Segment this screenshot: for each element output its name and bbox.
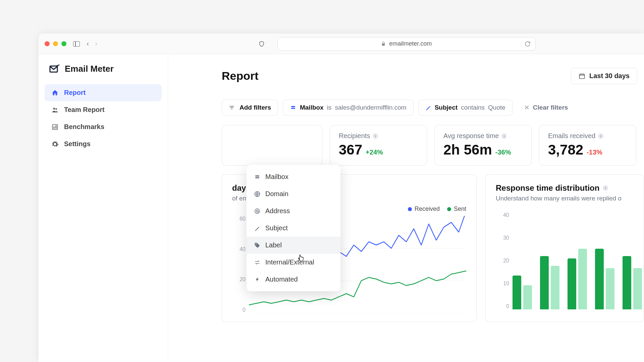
stat-delta: +24% <box>366 148 383 156</box>
at-icon <box>254 208 261 215</box>
reload-icon[interactable] <box>525 41 531 47</box>
info-icon[interactable]: i <box>501 133 507 139</box>
dropdown-item-mailbox[interactable]: Mailbox <box>247 168 340 185</box>
url-bar[interactable]: emailmeter.com <box>277 37 536 51</box>
info-icon[interactable]: i <box>373 133 378 139</box>
clear-filters-label: Clear filters <box>533 104 568 111</box>
filter-icon <box>229 105 235 110</box>
sidebar-item-report[interactable]: Report <box>45 84 162 101</box>
dropdown-item-label: Address <box>265 207 290 215</box>
stat-label: Avg response time <box>443 132 499 140</box>
stat-value: 2h 56m <box>443 142 492 158</box>
svg-rect-4 <box>54 126 55 129</box>
dropdown-item-address[interactable]: Address <box>247 202 340 220</box>
add-filters-button[interactable]: Add filters <box>222 100 278 116</box>
forward-button[interactable]: › <box>95 40 97 48</box>
dropdown-item-label: Domain <box>265 190 288 198</box>
chart-title-text: Response time distribution <box>496 183 599 193</box>
filter-chip-subject[interactable]: Subject contains Quote <box>418 100 513 116</box>
lock-icon <box>381 41 386 47</box>
sidebar: Email Meter Report Team Report Benchmark… <box>39 54 168 362</box>
filter-dropdown: Mailbox Domain Address Subject Label Int… <box>247 165 340 291</box>
svg-rect-5 <box>56 125 57 129</box>
filter-value: Quote <box>488 104 505 111</box>
svg-rect-13 <box>255 175 259 176</box>
stat-value: 367 <box>339 142 362 158</box>
calendar-icon <box>579 73 585 79</box>
stat-card-emails-received: Emails received i 3,782 -13% <box>539 125 636 166</box>
info-icon[interactable]: i <box>598 133 603 139</box>
svg-rect-14 <box>255 177 259 178</box>
y-axis: 6040200 <box>232 216 246 313</box>
date-range-picker[interactable]: Last 30 days <box>571 68 637 84</box>
stat-label: Emails received <box>548 132 595 140</box>
dropdown-item-label: Mailbox <box>265 173 288 181</box>
filter-field: Subject <box>435 104 458 111</box>
sidebar-item-benchmarks[interactable]: Benchmarks <box>45 118 162 135</box>
sidebar-item-label: Settings <box>64 140 91 148</box>
bar-chart-area: 403020100 <box>496 212 634 309</box>
dropdown-item-label: Automated <box>265 276 298 283</box>
stat-label: Recipients <box>339 132 370 140</box>
filter-field: Mailbox <box>300 104 324 111</box>
brand: Email Meter <box>45 64 162 84</box>
filter-chip-mailbox[interactable]: Mailbox is sales@dundermifflin.com <box>283 100 414 116</box>
back-button[interactable]: ‹ <box>87 40 89 48</box>
sidebar-item-label: Team Report <box>64 106 105 114</box>
svg-rect-3 <box>53 124 58 129</box>
dropdown-item-subject[interactable]: Subject <box>247 220 340 237</box>
dropdown-item-label: Label <box>265 241 282 249</box>
sidebar-item-label: Report <box>64 89 86 97</box>
privacy-shield-icon[interactable] <box>259 41 264 47</box>
chart-subtitle: Understand how many emails were replied … <box>496 195 634 202</box>
dropdown-item-automated[interactable]: Automated <box>247 271 340 288</box>
stat-delta: -13% <box>587 148 602 156</box>
stats-row: Recipients i 367 +24% Avg response time … <box>222 125 644 166</box>
url-text: emailmeter.com <box>389 40 432 47</box>
info-icon[interactable]: i <box>603 185 608 191</box>
add-filters-label: Add filters <box>239 104 271 111</box>
filters-row: Add filters Mailbox is sales@dundermiffl… <box>222 100 644 116</box>
sidebar-item-settings[interactable]: Settings <box>45 135 162 153</box>
traffic-lights <box>45 41 66 46</box>
home-icon <box>51 89 59 97</box>
clear-filters-button[interactable]: ✕ Clear filters <box>517 100 575 116</box>
svg-rect-7 <box>291 106 295 107</box>
users-icon <box>51 106 59 114</box>
mailbox-icon <box>254 174 261 180</box>
swap-icon <box>254 259 261 265</box>
dropdown-item-label: Subject <box>265 224 288 232</box>
filter-op: contains <box>461 104 485 111</box>
minimize-window-button[interactable] <box>53 41 58 46</box>
page-title: Report <box>222 69 259 82</box>
bar-plot <box>513 212 634 309</box>
nav-arrows: ‹ › <box>87 40 98 48</box>
svg-point-2 <box>55 108 57 110</box>
dropdown-item-domain[interactable]: Domain <box>247 185 340 202</box>
brand-name: Email Meter <box>65 64 114 74</box>
bolt-icon <box>254 276 261 283</box>
page-header: Report Last 30 days <box>222 68 644 84</box>
dropdown-item-internal-external[interactable]: Internal/External <box>247 254 340 271</box>
dropdown-item-label-filter[interactable]: Label <box>247 237 340 254</box>
benchmarks-icon <box>51 124 59 130</box>
legend-sent: Sent <box>447 205 466 213</box>
globe-icon <box>254 191 261 197</box>
cursor-pointer-icon <box>297 253 304 262</box>
sidebar-item-label: Benchmarks <box>64 123 104 131</box>
gear-icon <box>51 140 59 148</box>
tag-icon <box>254 242 261 249</box>
filter-value: sales@dundermifflin.com <box>335 104 406 111</box>
sidebar-toggle-icon[interactable] <box>73 41 80 47</box>
main-content: Report Last 30 days Add filters <box>168 54 644 362</box>
svg-rect-6 <box>579 74 584 78</box>
stat-card-avg-response: Avg response time i 2h 56m -36% <box>434 125 532 166</box>
close-window-button[interactable] <box>45 41 50 46</box>
sidebar-item-team-report[interactable]: Team Report <box>45 101 162 118</box>
chart-title: Response time distribution i <box>496 183 634 193</box>
svg-rect-8 <box>291 108 295 109</box>
dropdown-item-label: Internal/External <box>265 258 314 266</box>
maximize-window-button[interactable] <box>61 41 66 46</box>
svg-point-1 <box>53 108 55 110</box>
browser-chrome: ‹ › emailmeter.com <box>39 34 644 54</box>
